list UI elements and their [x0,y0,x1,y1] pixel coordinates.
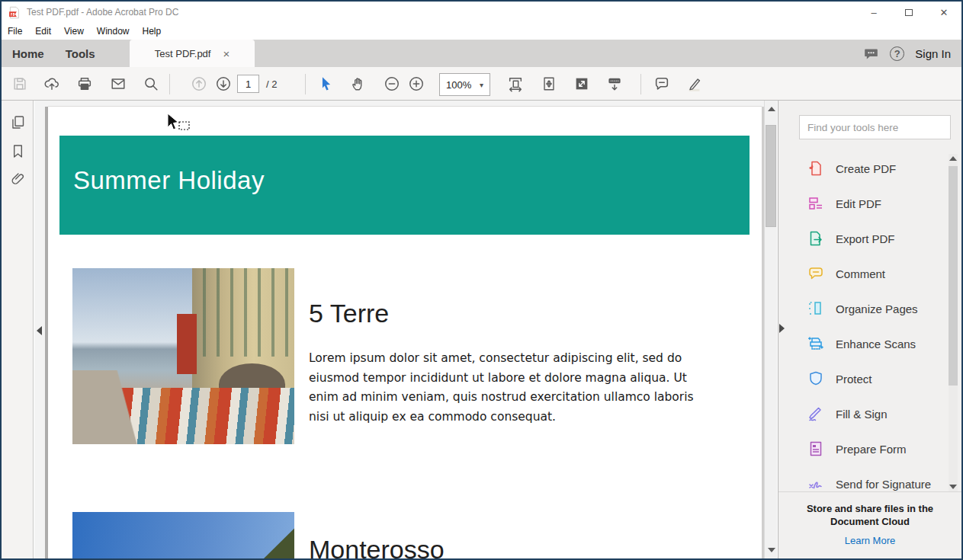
sign-in-button[interactable]: Sign In [915,47,951,60]
toolbar-separator [640,74,641,94]
edit-pdf-icon [807,195,824,212]
tool-export-pdf[interactable]: Export PDF [778,221,961,256]
scrollbar-thumb[interactable] [766,125,776,227]
tool-label: Send for Signature [836,478,931,491]
tool-label: Prepare Form [836,443,907,456]
document-scrollbar[interactable] [764,101,777,558]
send-for-signature-icon [807,475,824,491]
tab-close-icon[interactable]: × [223,48,230,59]
prepare-form-icon [807,440,824,457]
minimize-button[interactable]: – [856,2,891,23]
close-button[interactable]: ✕ [926,2,961,23]
tool-comment[interactable]: Comment [778,256,961,291]
select-tool-icon[interactable] [318,75,335,92]
document-pane[interactable]: Summer Holiday 5 Terre Lorem ipsum dolor… [34,101,764,558]
comment-tool-icon[interactable] [653,75,670,92]
organize-pages-icon [807,300,824,317]
scroll-down-icon[interactable] [768,548,775,552]
zoom-out-icon[interactable] [384,75,400,92]
learn-more-link[interactable]: Learn More [778,535,961,546]
zoom-level-value: 100% [446,79,471,91]
print-icon[interactable] [76,75,93,92]
scroll-up-icon[interactable] [768,107,775,111]
section-heading-monterosso: Monterosso [309,535,445,558]
menu-window[interactable]: Window [97,24,136,39]
fill-sign-icon [807,405,824,422]
tool-protect[interactable]: Protect [778,361,961,396]
help-icon[interactable]: ? [890,46,904,61]
window-title: Test PDF.pdf - Adobe Acrobat Pro DC [27,7,178,18]
menu-view[interactable]: View [64,24,91,39]
tool-edit-pdf[interactable]: Edit PDF [778,186,961,221]
banner-title: Summer Holiday [73,166,265,195]
search-icon[interactable] [143,75,159,92]
tool-prepare-form[interactable]: Prepare Form [778,431,961,466]
zoom-level-select[interactable]: 100% ▾ [439,73,490,96]
pdf-page: Summer Holiday 5 Terre Lorem ipsum dolor… [48,107,762,558]
tools-scroll-up-icon[interactable] [949,156,957,161]
feedback-bubble-icon[interactable] [863,46,879,62]
share-upload-icon[interactable] [43,75,60,92]
page-number-input[interactable] [237,75,259,93]
tools-scroll-down-icon[interactable] [949,485,957,489]
next-page-icon[interactable] [215,75,232,92]
tab-tools[interactable]: Tools [55,40,106,67]
collapse-left-panel-icon[interactable] [37,326,42,335]
acrobat-window: Test PDF.pdf - Adobe Acrobat Pro DC – ✕ … [0,0,963,560]
chevron-down-icon: ▾ [480,81,483,89]
export-pdf-icon [807,230,824,247]
menu-file[interactable]: File [8,24,29,39]
section-body-5-terre: Lorem ipsum dolor sit amet, consectetur … [309,349,705,427]
tool-label: Create PDF [836,162,896,175]
tools-scrollbar[interactable] [949,154,958,491]
tab-bar: Home Tools Test PDF.pdf × ? Sign In [2,40,961,67]
toolbar-separator [305,74,306,94]
fullscreen-icon[interactable] [573,75,590,92]
tools-search-input[interactable] [799,115,951,139]
tool-enhance-scans[interactable]: Enhance Scans [778,326,961,361]
toolbar-separator [169,74,170,94]
tool-label: Fill & Sign [836,408,888,421]
tools-list: Create PDF Edit PDF Export PDF Co [778,151,961,491]
tool-organize-pages[interactable]: Organize Pages [778,291,961,326]
attachments-icon[interactable] [10,171,26,187]
tool-send-for-signature[interactable]: Send for Signature [778,466,961,491]
tool-fill-sign[interactable]: Fill & Sign [778,396,961,431]
tools-panel: Create PDF Edit PDF Export PDF Co [778,101,961,558]
document-tab-label: Test PDF.pdf [155,48,211,59]
maximize-icon [905,9,913,16]
riomaggiore-harbor-photo [72,268,294,444]
acrobat-pdf-icon [8,6,21,19]
tab-home[interactable]: Home [2,40,55,67]
reading-mode-icon[interactable] [606,75,623,92]
menu-edit[interactable]: Edit [35,24,58,39]
tool-label: Export PDF [836,232,895,245]
page-count-label: / 2 [266,78,277,90]
title-bar: Test PDF.pdf - Adobe Acrobat Pro DC – ✕ [2,2,961,23]
section-heading-5-terre: 5 Terre [309,299,389,328]
menu-help[interactable]: Help [143,24,169,39]
collapse-right-panel-icon[interactable] [779,324,785,333]
tool-label: Enhance Scans [836,338,916,350]
protect-icon [807,370,824,387]
save-icon[interactable] [11,75,28,92]
previous-page-icon[interactable] [191,75,207,92]
comment-icon [807,265,824,282]
menu-bar: File Edit View Window Help [2,23,961,40]
tools-scrollbar-thumb[interactable] [949,166,958,386]
zoom-in-icon[interactable] [408,75,425,92]
page-thumbnails-icon[interactable] [10,114,26,130]
tool-create-pdf[interactable]: Create PDF [778,151,961,186]
tool-label: Comment [836,267,885,280]
fit-width-icon[interactable] [507,75,524,92]
tab-document[interactable]: Test PDF.pdf × [130,40,255,67]
create-pdf-icon [807,160,824,177]
highlighter-tool-icon[interactable] [686,75,703,92]
maximize-button[interactable] [891,2,926,23]
email-icon[interactable] [110,75,127,92]
fit-page-icon[interactable] [541,75,557,92]
mouse-cursor [166,113,197,136]
bookmarks-icon[interactable] [10,143,26,159]
tool-label: Protect [836,373,872,386]
hand-tool-icon[interactable] [350,75,367,92]
